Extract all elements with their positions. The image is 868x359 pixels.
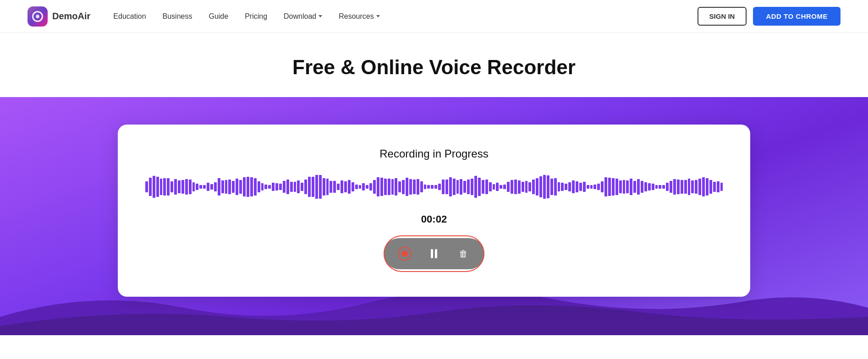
nav-link-guide[interactable]: Guide: [209, 12, 228, 21]
record-stop-icon: [398, 247, 412, 261]
nav-link-resources[interactable]: Resources: [339, 12, 379, 21]
waveform-bar: [388, 179, 390, 196]
waveform-bar: [539, 176, 542, 198]
waveform-bar: [717, 181, 720, 192]
waveform-bar: [561, 183, 564, 191]
add-to-chrome-button[interactable]: ADD TO CHROME: [753, 7, 841, 26]
waveform-bar: [511, 180, 513, 194]
trash-icon: 🗑: [459, 249, 468, 259]
waveform-bar: [330, 181, 332, 193]
waveform-bar: [333, 181, 336, 193]
waveform-bar: [453, 179, 456, 196]
waveform-bar: [424, 185, 427, 190]
record-dot-icon: [401, 250, 408, 257]
waveform-bar: [283, 181, 286, 193]
waveform-bar: [406, 178, 408, 196]
waveform-bar: [493, 184, 495, 190]
waveform-bar: [221, 180, 224, 193]
logo-icon: [27, 6, 48, 27]
waveform-bar: [228, 180, 231, 194]
waveform-bar: [145, 181, 148, 192]
waveform-bar: [558, 182, 560, 191]
waveform-bar: [431, 185, 434, 189]
waveform-bar: [341, 180, 343, 193]
waveform-bar: [279, 184, 282, 190]
sign-in-button[interactable]: SIGN IN: [698, 7, 747, 26]
recording-timer: 00:02: [421, 213, 447, 225]
waveform-bar: [239, 180, 242, 194]
controls-bar: 🗑: [384, 238, 484, 269]
waveform-bar: [337, 184, 340, 190]
waveform-bar: [445, 180, 448, 195]
waveform-bar: [500, 185, 502, 189]
waveform-bar: [720, 183, 723, 190]
waveform-bar: [438, 184, 441, 190]
waveform-bar: [456, 180, 459, 194]
waveform-bar: [460, 179, 462, 195]
waveform-bar: [706, 178, 709, 195]
waveform-bar: [709, 180, 712, 194]
waveform-bar: [474, 176, 477, 198]
nav-link-download[interactable]: Download: [284, 12, 322, 21]
waveform-bar: [362, 183, 365, 190]
waveform-bar: [308, 177, 311, 197]
nav-link-education[interactable]: Education: [113, 12, 146, 21]
waveform-bar: [615, 179, 618, 196]
waveform-bar: [275, 183, 278, 190]
waveform-bar: [482, 180, 484, 194]
waveform-bar: [236, 179, 238, 195]
waveform-bar: [601, 181, 604, 193]
waveform-bar: [514, 180, 517, 194]
hero-title: Free & Online Voice Recorder: [9, 56, 859, 79]
waveform-bar: [597, 184, 600, 190]
waveform-bar: [348, 180, 351, 194]
waveform-bar: [319, 175, 322, 199]
pause-button[interactable]: [424, 244, 444, 264]
waveform-bar: [160, 179, 163, 195]
waveform-bar: [626, 180, 629, 193]
waveform-bar: [218, 178, 220, 196]
waveform-bar: [196, 184, 198, 190]
waveform-bar: [207, 183, 209, 191]
waveform-bar: [398, 181, 401, 193]
waveform-bar: [420, 181, 423, 193]
waveform-bar: [623, 180, 626, 194]
waveform-bar: [670, 181, 672, 193]
waveform-bar: [380, 178, 383, 196]
navbar: DemoAir Education Business Guide Pricing…: [0, 0, 868, 33]
waveform-bar: [427, 185, 430, 189]
waveform-bar: [189, 180, 192, 194]
pause-icon: [431, 249, 437, 258]
nav-link-business[interactable]: Business: [163, 12, 192, 21]
waveform-bar: [254, 178, 257, 196]
nav-link-pricing[interactable]: Pricing: [245, 12, 267, 21]
waveform-bar: [250, 177, 253, 196]
waveform-bar: [612, 178, 615, 196]
waveform-bar: [417, 179, 419, 195]
stop-record-button[interactable]: [395, 244, 415, 264]
waveform-bar: [528, 182, 531, 191]
waveform-bar: [568, 182, 571, 191]
waveform-bar: [413, 180, 416, 194]
waveform-bar: [377, 177, 379, 196]
waveform-bar: [593, 185, 596, 189]
waveform-bar: [323, 178, 325, 195]
waveform-bar: [681, 180, 683, 194]
waveform-bar: [312, 177, 314, 196]
waveform-bar: [326, 179, 329, 196]
waveform-bar: [677, 180, 680, 195]
nav-actions: SIGN IN ADD TO CHROME: [698, 7, 841, 26]
waveform-bar: [214, 182, 217, 191]
waveform-bar: [243, 177, 246, 196]
waveform-bar: [181, 180, 184, 194]
waveform-bar: [369, 183, 372, 190]
waveform-bar: [659, 185, 661, 189]
waveform-bar: [301, 183, 303, 191]
waveform-bar: [268, 185, 271, 189]
waveform-bar: [648, 183, 651, 190]
waveform-bar: [272, 183, 275, 191]
waveform-bar: [608, 178, 611, 196]
waveform-bar: [536, 178, 538, 196]
delete-button[interactable]: 🗑: [453, 244, 473, 264]
logo-link[interactable]: DemoAir: [27, 6, 90, 27]
